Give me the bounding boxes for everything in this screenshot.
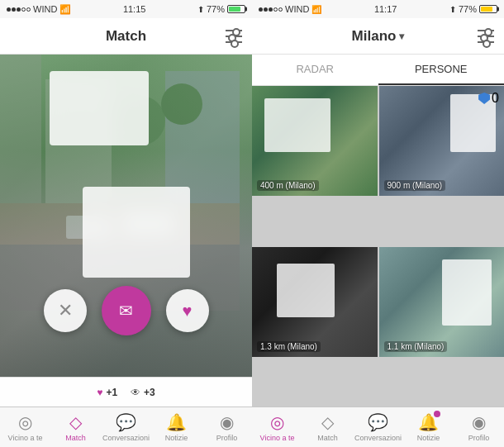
right-tab-vicino-label: Vicino a te <box>260 434 295 442</box>
grid-cell-4[interactable]: 1.1 km (Milano) <box>379 247 505 357</box>
right-carrier: WIND <box>285 4 309 14</box>
tab-notizie-icon: 🔔 <box>166 412 187 432</box>
right-filter-button[interactable] <box>478 30 494 43</box>
tab-radar[interactable]: RADAR <box>252 55 378 85</box>
right-tab-bar: ◎ Vicino a te ◇ Match 💬 Conversazioni 🔔 … <box>252 407 504 447</box>
right-tab-match-label: Match <box>317 434 338 442</box>
page-title: Match <box>106 28 146 45</box>
heart-stat: ♥ +1 <box>97 387 117 398</box>
distance-label-4: 1.1 km (Milano) <box>384 341 448 352</box>
eye-stat-icon: 👁 <box>131 387 140 398</box>
right-tab-notizie-label: Notizie <box>417 434 440 442</box>
right-wifi-icon: 📶 <box>311 5 321 14</box>
rdot1 <box>259 7 263 12</box>
right-tab-vicino-icon: ◎ <box>270 412 284 432</box>
left-status-bar: WIND 📶 11:15 ⬆ 77% <box>0 0 252 18</box>
city-selector[interactable]: Milano ▾ <box>352 28 405 45</box>
tab-vicino-label: Vicino a te <box>8 434 43 442</box>
left-battery-fill <box>229 7 240 12</box>
tab-match-icon: ◇ <box>69 412 82 432</box>
rdot3 <box>269 7 273 12</box>
tab-conversazioni[interactable]: 💬 Conversazioni <box>101 407 151 447</box>
grid-censor-1 <box>264 98 330 152</box>
right-top-nav: Milano ▾ <box>252 18 504 55</box>
filter-icon[interactable] <box>226 30 242 43</box>
tab-match-label: Match <box>65 434 86 442</box>
rfilter-line-1 <box>478 30 494 31</box>
chevron-down-icon: ▾ <box>399 31 404 42</box>
grid-cell-2[interactable]: 0 900 m (Milano) <box>379 86 505 196</box>
right-tab-profilo-label: Profilo <box>468 434 490 442</box>
right-tab-notizie[interactable]: 🔔 Notizie <box>403 407 454 447</box>
like-button[interactable]: ♥ <box>166 289 209 332</box>
tab-notizie[interactable]: 🔔 Notizie <box>151 407 202 447</box>
tab-persone-label: PERSONE <box>415 63 468 75</box>
grid-cell-1[interactable]: 400 m (Milano) <box>252 86 378 196</box>
right-time: 11:17 <box>374 4 397 14</box>
rdot4 <box>273 7 278 12</box>
filter-line-3 <box>226 41 242 43</box>
censor-box-bottom <box>83 187 190 278</box>
left-status-right: ⬆ 77% <box>197 4 245 14</box>
right-tab-match-icon: ◇ <box>321 412 334 432</box>
tab-persone[interactable]: PERSONE <box>378 55 505 85</box>
distance-label-3: 1.3 km (Milano) <box>257 341 321 352</box>
right-battery-pct: 77% <box>459 4 477 14</box>
left-status-left: WIND 📶 <box>7 4 71 15</box>
stat-bar: ♥ +1 👁 +3 <box>0 377 252 407</box>
tab-conversazioni-label: Conversazioni <box>102 434 150 442</box>
tab-conversazioni-icon: 💬 <box>116 412 136 432</box>
mail-icon: ✉ <box>119 301 133 321</box>
right-status-left: WIND 📶 <box>259 4 321 14</box>
filter-button[interactable] <box>226 30 242 43</box>
grid-cell-3[interactable]: 1.3 km (Milano) <box>252 247 378 357</box>
censor-box-top <box>50 71 149 145</box>
people-grid: 400 m (Milano) 0 900 m (Milano) 1.3 km (… <box>252 86 504 407</box>
tab-match[interactable]: ◇ Match <box>50 407 101 447</box>
gps-icon: ⬆ <box>197 5 204 14</box>
right-tab-conversazioni[interactable]: 💬 Conversazioni <box>353 407 403 447</box>
dot2 <box>12 7 16 12</box>
grid-censor-4 <box>442 259 492 326</box>
left-panel: WIND 📶 11:15 ⬆ 77% Match <box>0 0 252 447</box>
dot5 <box>26 7 31 12</box>
right-gps-icon: ⬆ <box>449 5 456 14</box>
heart-stat-icon: ♥ <box>97 387 102 398</box>
match-photo-area: ✕ ✉ ♥ <box>0 55 252 377</box>
right-signal-dots <box>259 7 283 12</box>
left-time: 11:15 <box>123 4 146 14</box>
dot1 <box>7 7 11 12</box>
left-carrier: WIND <box>33 4 57 14</box>
message-button[interactable]: ✉ <box>102 286 151 335</box>
tab-vicino-icon: ◎ <box>18 412 32 432</box>
tab-notizie-label: Notizie <box>165 434 188 442</box>
rdot5 <box>278 7 283 12</box>
left-tab-bar: ◎ Vicino a te ◇ Match 💬 Conversazioni 🔔 … <box>0 407 252 447</box>
rdot2 <box>264 7 268 12</box>
right-filter-icon[interactable] <box>478 30 494 43</box>
filter-line-1 <box>226 30 242 31</box>
left-top-nav: Match <box>0 18 252 55</box>
right-tab-profilo[interactable]: ◉ Profilo <box>454 407 504 447</box>
shield-icon <box>478 93 490 104</box>
svg-point-8 <box>161 83 202 125</box>
dot4 <box>21 7 26 12</box>
dislike-button[interactable]: ✕ <box>44 289 87 332</box>
eye-stat: 👁 +3 <box>131 387 155 398</box>
distance-label-1: 400 m (Milano) <box>257 180 319 191</box>
right-status-bar: WIND 📶 11:17 ⬆ 77% <box>252 0 504 18</box>
grid-censor-3 <box>277 264 335 317</box>
tab-radar-label: RADAR <box>296 63 334 75</box>
heart-icon: ♥ <box>183 302 193 321</box>
right-tab-vicino[interactable]: ◎ Vicino a te <box>252 407 302 447</box>
tab-vicino[interactable]: ◎ Vicino a te <box>0 407 50 447</box>
right-panel: WIND 📶 11:17 ⬆ 77% Milano ▾ RADAR <box>252 0 504 447</box>
tab-profilo[interactable]: ◉ Profilo <box>202 407 252 447</box>
close-icon: ✕ <box>58 300 73 321</box>
verified-count: 0 <box>492 91 499 106</box>
left-battery-pct: 77% <box>207 4 225 14</box>
right-battery <box>479 5 497 13</box>
dot3 <box>17 7 21 12</box>
right-tab-match[interactable]: ◇ Match <box>302 407 353 447</box>
svg-rect-4 <box>0 55 41 203</box>
